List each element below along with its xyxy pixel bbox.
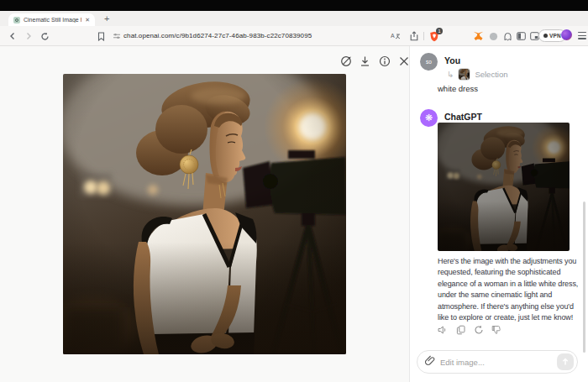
chatgpt-avatar: ❋ <box>420 109 438 127</box>
toolbar-divider <box>423 32 424 40</box>
send-button[interactable] <box>557 353 574 370</box>
main-image[interactable] <box>63 74 346 354</box>
tab-bar: Cinematic Still Image Request ✕ + <box>0 11 588 26</box>
message-actions <box>438 325 501 335</box>
paperclip-icon[interactable] <box>425 354 435 369</box>
page-content: so You ↳ Selection white dress ❋ ChatGPT… <box>0 46 588 382</box>
close-icon[interactable] <box>397 55 410 67</box>
translate-icon[interactable]: A <box>390 30 402 42</box>
tab-title: Cinematic Still Image Request <box>24 17 81 23</box>
back-icon[interactable] <box>7 30 18 42</box>
user-avatar: so <box>420 53 438 71</box>
tab-close-icon[interactable]: ✕ <box>85 17 90 23</box>
sidebar-extension-icon[interactable] <box>515 30 527 42</box>
browser-tab[interactable]: Cinematic Still Image Request ✕ <box>8 13 95 26</box>
address-bar[interactable]: chat.openai.com/c/9b1d6274-27c7-46ab-983… <box>123 32 312 39</box>
assistant-name: ChatGPT <box>444 112 482 122</box>
ghost-extension-icon[interactable] <box>501 30 513 42</box>
browser-window: Cinematic Still Image Request ✕ + chat.o… <box>0 0 588 382</box>
generated-image-thumbnail[interactable] <box>438 123 570 251</box>
forward-icon[interactable] <box>23 30 34 42</box>
user-message: white dress <box>438 84 478 93</box>
chatgpt-favicon-icon <box>13 17 20 24</box>
select-icon[interactable] <box>339 55 352 67</box>
image-viewer <box>0 46 409 382</box>
gray-extension-icon[interactable] <box>487 30 499 42</box>
read-aloud-icon[interactable] <box>438 325 449 335</box>
vpn-status-icon <box>543 34 548 38</box>
bookmark-icon[interactable] <box>95 30 107 42</box>
profile-avatar[interactable] <box>561 29 572 40</box>
composer-input[interactable] <box>440 358 552 367</box>
chat-panel: so You ↳ Selection white dress ❋ ChatGPT… <box>409 46 588 382</box>
new-tab-button[interactable]: + <box>104 13 109 24</box>
shield-badge: 1 <box>436 28 443 34</box>
metamask-extension-icon[interactable] <box>472 30 484 42</box>
selection-reference[interactable]: ↳ Selection <box>447 68 507 81</box>
selection-thumbnail[interactable] <box>458 68 470 81</box>
reload-icon[interactable] <box>39 30 50 42</box>
download-icon[interactable] <box>359 55 371 67</box>
menu-icon[interactable] <box>578 32 586 39</box>
info-icon[interactable] <box>378 55 391 67</box>
regenerate-icon[interactable] <box>474 325 484 335</box>
viewer-toolbar <box>339 55 410 67</box>
menubar-strip <box>0 0 588 11</box>
browser-toolbar: chat.openai.com/c/9b1d6274-27c7-46ab-983… <box>0 26 588 46</box>
user-name: You <box>444 55 460 65</box>
selection-label: Selection <box>475 70 507 79</box>
svg-text:A: A <box>391 33 395 39</box>
thumbs-down-icon[interactable] <box>491 325 501 335</box>
share-icon[interactable] <box>408 30 420 42</box>
composer[interactable] <box>417 350 578 374</box>
assistant-message: Here's the image with the adjustments yo… <box>438 256 584 323</box>
reply-arrow-icon: ↳ <box>447 70 454 79</box>
scrollbar[interactable] <box>583 201 585 353</box>
site-settings-icon[interactable] <box>111 30 123 42</box>
copy-icon[interactable] <box>456 325 466 335</box>
